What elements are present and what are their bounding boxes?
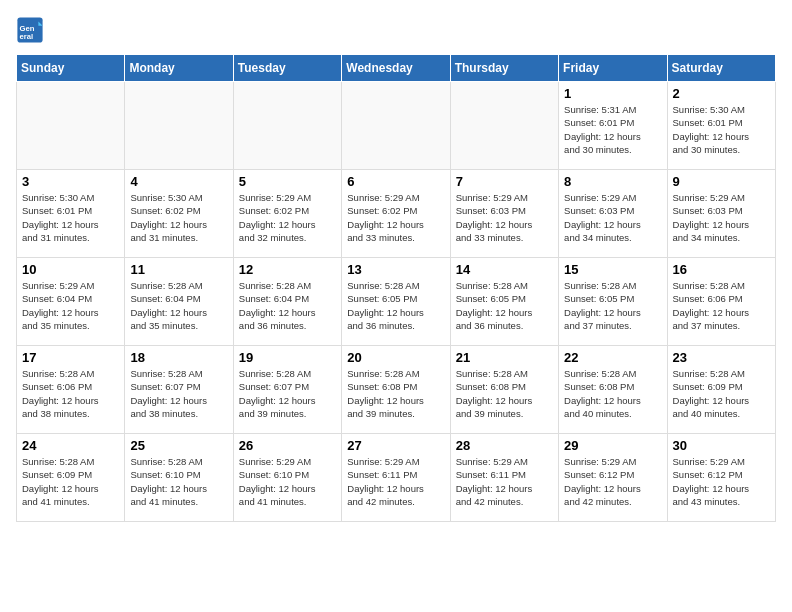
day-header-tuesday: Tuesday: [233, 55, 341, 82]
day-number: 14: [456, 262, 553, 277]
calendar-week-4: 17Sunrise: 5:28 AMSunset: 6:06 PMDayligh…: [17, 346, 776, 434]
day-number: 18: [130, 350, 227, 365]
logo-icon: Gen eral: [16, 16, 44, 44]
day-number: 20: [347, 350, 444, 365]
day-info: Sunrise: 5:29 AMSunset: 6:03 PMDaylight:…: [456, 191, 553, 244]
day-header-saturday: Saturday: [667, 55, 775, 82]
page-header: Gen eral: [16, 16, 776, 44]
day-info: Sunrise: 5:28 AMSunset: 6:07 PMDaylight:…: [239, 367, 336, 420]
calendar-week-3: 10Sunrise: 5:29 AMSunset: 6:04 PMDayligh…: [17, 258, 776, 346]
calendar-cell: 17Sunrise: 5:28 AMSunset: 6:06 PMDayligh…: [17, 346, 125, 434]
calendar-cell: 24Sunrise: 5:28 AMSunset: 6:09 PMDayligh…: [17, 434, 125, 522]
calendar-cell: 21Sunrise: 5:28 AMSunset: 6:08 PMDayligh…: [450, 346, 558, 434]
day-number: 4: [130, 174, 227, 189]
day-info: Sunrise: 5:28 AMSunset: 6:10 PMDaylight:…: [130, 455, 227, 508]
calendar-cell: 2Sunrise: 5:30 AMSunset: 6:01 PMDaylight…: [667, 82, 775, 170]
calendar-cell: 4Sunrise: 5:30 AMSunset: 6:02 PMDaylight…: [125, 170, 233, 258]
day-number: 15: [564, 262, 661, 277]
calendar-cell: 20Sunrise: 5:28 AMSunset: 6:08 PMDayligh…: [342, 346, 450, 434]
calendar-cell: 7Sunrise: 5:29 AMSunset: 6:03 PMDaylight…: [450, 170, 558, 258]
day-number: 1: [564, 86, 661, 101]
day-info: Sunrise: 5:29 AMSunset: 6:12 PMDaylight:…: [564, 455, 661, 508]
day-number: 30: [673, 438, 770, 453]
day-info: Sunrise: 5:28 AMSunset: 6:08 PMDaylight:…: [564, 367, 661, 420]
day-info: Sunrise: 5:29 AMSunset: 6:11 PMDaylight:…: [347, 455, 444, 508]
day-number: 17: [22, 350, 119, 365]
day-info: Sunrise: 5:29 AMSunset: 6:03 PMDaylight:…: [673, 191, 770, 244]
calendar-cell: 13Sunrise: 5:28 AMSunset: 6:05 PMDayligh…: [342, 258, 450, 346]
calendar-cell: [125, 82, 233, 170]
calendar-cell: 5Sunrise: 5:29 AMSunset: 6:02 PMDaylight…: [233, 170, 341, 258]
calendar-cell: 29Sunrise: 5:29 AMSunset: 6:12 PMDayligh…: [559, 434, 667, 522]
calendar-cell: 22Sunrise: 5:28 AMSunset: 6:08 PMDayligh…: [559, 346, 667, 434]
day-number: 28: [456, 438, 553, 453]
calendar-cell: 30Sunrise: 5:29 AMSunset: 6:12 PMDayligh…: [667, 434, 775, 522]
day-info: Sunrise: 5:28 AMSunset: 6:06 PMDaylight:…: [22, 367, 119, 420]
day-number: 26: [239, 438, 336, 453]
calendar-header-row: SundayMondayTuesdayWednesdayThursdayFrid…: [17, 55, 776, 82]
day-info: Sunrise: 5:29 AMSunset: 6:02 PMDaylight:…: [239, 191, 336, 244]
calendar-week-5: 24Sunrise: 5:28 AMSunset: 6:09 PMDayligh…: [17, 434, 776, 522]
calendar-cell: 25Sunrise: 5:28 AMSunset: 6:10 PMDayligh…: [125, 434, 233, 522]
day-info: Sunrise: 5:28 AMSunset: 6:08 PMDaylight:…: [347, 367, 444, 420]
day-number: 25: [130, 438, 227, 453]
calendar-cell: 23Sunrise: 5:28 AMSunset: 6:09 PMDayligh…: [667, 346, 775, 434]
day-info: Sunrise: 5:28 AMSunset: 6:06 PMDaylight:…: [673, 279, 770, 332]
day-info: Sunrise: 5:28 AMSunset: 6:04 PMDaylight:…: [130, 279, 227, 332]
calendar-cell: [342, 82, 450, 170]
calendar-cell: 15Sunrise: 5:28 AMSunset: 6:05 PMDayligh…: [559, 258, 667, 346]
day-number: 23: [673, 350, 770, 365]
day-header-friday: Friday: [559, 55, 667, 82]
calendar-cell: 12Sunrise: 5:28 AMSunset: 6:04 PMDayligh…: [233, 258, 341, 346]
calendar-cell: [450, 82, 558, 170]
day-number: 7: [456, 174, 553, 189]
day-info: Sunrise: 5:31 AMSunset: 6:01 PMDaylight:…: [564, 103, 661, 156]
day-info: Sunrise: 5:28 AMSunset: 6:05 PMDaylight:…: [456, 279, 553, 332]
calendar-cell: 19Sunrise: 5:28 AMSunset: 6:07 PMDayligh…: [233, 346, 341, 434]
logo: Gen eral: [16, 16, 46, 44]
day-info: Sunrise: 5:29 AMSunset: 6:11 PMDaylight:…: [456, 455, 553, 508]
day-number: 24: [22, 438, 119, 453]
calendar-week-2: 3Sunrise: 5:30 AMSunset: 6:01 PMDaylight…: [17, 170, 776, 258]
calendar-cell: 28Sunrise: 5:29 AMSunset: 6:11 PMDayligh…: [450, 434, 558, 522]
day-info: Sunrise: 5:28 AMSunset: 6:05 PMDaylight:…: [347, 279, 444, 332]
day-header-sunday: Sunday: [17, 55, 125, 82]
calendar-cell: 26Sunrise: 5:29 AMSunset: 6:10 PMDayligh…: [233, 434, 341, 522]
day-info: Sunrise: 5:29 AMSunset: 6:03 PMDaylight:…: [564, 191, 661, 244]
calendar-cell: 18Sunrise: 5:28 AMSunset: 6:07 PMDayligh…: [125, 346, 233, 434]
calendar-cell: 11Sunrise: 5:28 AMSunset: 6:04 PMDayligh…: [125, 258, 233, 346]
calendar-cell: 27Sunrise: 5:29 AMSunset: 6:11 PMDayligh…: [342, 434, 450, 522]
day-info: Sunrise: 5:29 AMSunset: 6:12 PMDaylight:…: [673, 455, 770, 508]
day-header-monday: Monday: [125, 55, 233, 82]
day-info: Sunrise: 5:28 AMSunset: 6:05 PMDaylight:…: [564, 279, 661, 332]
day-number: 22: [564, 350, 661, 365]
calendar-cell: 9Sunrise: 5:29 AMSunset: 6:03 PMDaylight…: [667, 170, 775, 258]
day-info: Sunrise: 5:30 AMSunset: 6:01 PMDaylight:…: [22, 191, 119, 244]
day-number: 29: [564, 438, 661, 453]
day-number: 5: [239, 174, 336, 189]
day-number: 8: [564, 174, 661, 189]
svg-text:eral: eral: [20, 32, 34, 41]
day-number: 9: [673, 174, 770, 189]
day-info: Sunrise: 5:29 AMSunset: 6:10 PMDaylight:…: [239, 455, 336, 508]
day-header-thursday: Thursday: [450, 55, 558, 82]
calendar-cell: [17, 82, 125, 170]
day-number: 3: [22, 174, 119, 189]
day-info: Sunrise: 5:30 AMSunset: 6:01 PMDaylight:…: [673, 103, 770, 156]
calendar-cell: [233, 82, 341, 170]
calendar-cell: 3Sunrise: 5:30 AMSunset: 6:01 PMDaylight…: [17, 170, 125, 258]
day-info: Sunrise: 5:29 AMSunset: 6:02 PMDaylight:…: [347, 191, 444, 244]
day-info: Sunrise: 5:30 AMSunset: 6:02 PMDaylight:…: [130, 191, 227, 244]
day-number: 6: [347, 174, 444, 189]
day-info: Sunrise: 5:28 AMSunset: 6:09 PMDaylight:…: [673, 367, 770, 420]
day-number: 2: [673, 86, 770, 101]
day-header-wednesday: Wednesday: [342, 55, 450, 82]
day-info: Sunrise: 5:28 AMSunset: 6:07 PMDaylight:…: [130, 367, 227, 420]
day-number: 10: [22, 262, 119, 277]
day-number: 12: [239, 262, 336, 277]
day-info: Sunrise: 5:28 AMSunset: 6:08 PMDaylight:…: [456, 367, 553, 420]
calendar-cell: 14Sunrise: 5:28 AMSunset: 6:05 PMDayligh…: [450, 258, 558, 346]
calendar-week-1: 1Sunrise: 5:31 AMSunset: 6:01 PMDaylight…: [17, 82, 776, 170]
calendar-cell: 16Sunrise: 5:28 AMSunset: 6:06 PMDayligh…: [667, 258, 775, 346]
day-number: 13: [347, 262, 444, 277]
